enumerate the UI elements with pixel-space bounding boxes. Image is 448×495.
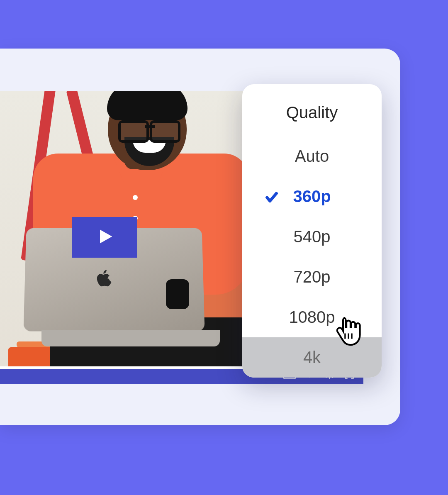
quality-option-auto[interactable]: Auto [242, 136, 382, 176]
quality-option-720p[interactable]: 720p [242, 257, 382, 297]
app-card: CC Quality Auto360p540p720p1080p4k [0, 49, 400, 425]
quality-option-label: 360p [293, 187, 331, 205]
check-icon [265, 190, 279, 204]
play-icon [95, 227, 114, 247]
quality-option-360p[interactable]: 360p [242, 176, 382, 217]
quality-menu-title: Quality [242, 84, 382, 136]
quality-option-label: 1080p [289, 308, 335, 326]
play-button[interactable] [72, 217, 137, 258]
quality-option-label: 540p [294, 227, 331, 246]
quality-option-540p[interactable]: 540p [242, 217, 382, 257]
apple-logo-icon [95, 268, 113, 288]
quality-option-label: 720p [294, 268, 331, 286]
quality-option-label: 4k [303, 348, 321, 366]
cursor-pointer-icon [334, 315, 363, 347]
quality-option-label: Auto [295, 147, 329, 165]
progress-fill [0, 366, 269, 369]
